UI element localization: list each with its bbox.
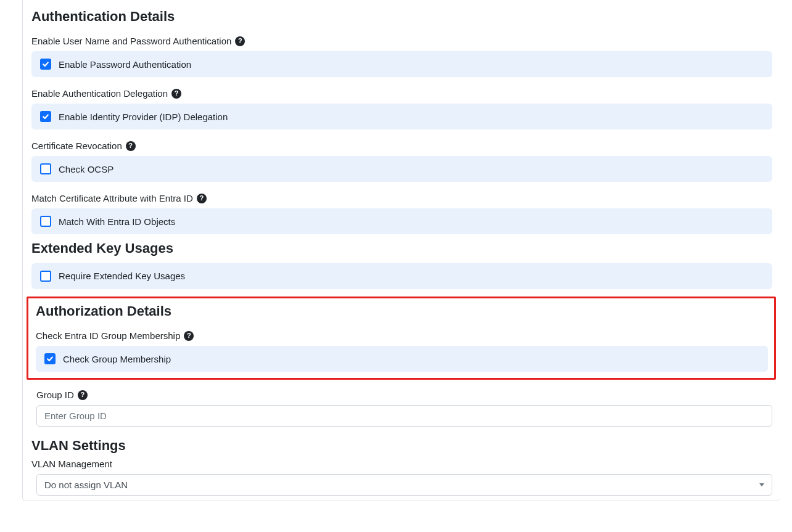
help-icon[interactable]: ? (126, 141, 136, 151)
vlan-settings-heading: VLAN Settings (31, 438, 780, 454)
check-group-membership-row[interactable]: Check Group Membership (36, 346, 768, 372)
help-icon[interactable]: ? (235, 36, 245, 46)
require-eku-checkbox[interactable] (40, 271, 51, 282)
match-cert-attr-label-text: Match Certificate Attribute with Entra I… (31, 193, 193, 203)
certificate-revocation-label-text: Certificate Revocation (31, 141, 122, 151)
help-icon[interactable]: ? (197, 194, 207, 203)
enable-password-auth-checkbox[interactable] (40, 59, 51, 70)
caret-down-icon (759, 483, 764, 486)
check-group-membership-checkbox[interactable] (44, 353, 56, 364)
authorization-details-heading: Authorization Details (36, 303, 772, 319)
match-entra-id-checkbox[interactable] (40, 216, 51, 227)
enable-idp-delegation-checkbox[interactable] (40, 111, 51, 122)
help-icon[interactable]: ? (78, 390, 88, 400)
enable-idp-delegation-label: Enable Identity Provider (IDP) Delegatio… (59, 112, 228, 122)
group-id-input[interactable] (36, 405, 772, 427)
vlan-management-selected: Do not assign VLAN (44, 480, 128, 490)
enable-username-password-label: Enable User Name and Password Authentica… (31, 36, 780, 46)
check-ocsp-checkbox[interactable] (40, 163, 51, 174)
match-entra-id-label: Match With Entra ID Objects (59, 216, 175, 227)
help-icon[interactable]: ? (184, 331, 194, 341)
certificate-revocation-label: Certificate Revocation ? (31, 141, 780, 151)
check-ocsp-label: Check OCSP (59, 164, 113, 174)
require-eku-row[interactable]: Require Extended Key Usages (31, 263, 772, 289)
vlan-management-select[interactable]: Do not assign VLAN (36, 474, 772, 496)
check-ocsp-row[interactable]: Check OCSP (31, 156, 772, 182)
enable-username-password-label-text: Enable User Name and Password Authentica… (31, 36, 231, 46)
group-id-label: Group ID ? (36, 390, 780, 400)
group-id-label-text: Group ID (36, 390, 74, 400)
enable-password-auth-row[interactable]: Enable Password Authentication (31, 51, 772, 77)
enable-auth-delegation-label-text: Enable Authentication Delegation (31, 88, 168, 99)
authentication-details-heading: Authentication Details (31, 9, 780, 25)
help-icon[interactable]: ? (171, 89, 181, 99)
check-entra-group-label-text: Check Entra ID Group Membership (36, 330, 180, 341)
vlan-management-label: VLAN Management (31, 459, 780, 469)
match-cert-attr-label: Match Certificate Attribute with Entra I… (31, 193, 780, 203)
enable-password-auth-label: Enable Password Authentication (59, 59, 191, 70)
require-eku-label: Require Extended Key Usages (59, 271, 185, 281)
check-group-membership-label: Check Group Membership (63, 354, 171, 364)
enable-auth-delegation-label: Enable Authentication Delegation ? (31, 88, 780, 99)
match-entra-id-row[interactable]: Match With Entra ID Objects (31, 208, 772, 234)
authorization-details-highlight: Authorization Details Check Entra ID Gro… (27, 297, 776, 380)
enable-idp-delegation-row[interactable]: Enable Identity Provider (IDP) Delegatio… (31, 104, 772, 129)
check-entra-group-label: Check Entra ID Group Membership ? (36, 330, 772, 341)
extended-key-usages-heading: Extended Key Usages (31, 240, 780, 256)
